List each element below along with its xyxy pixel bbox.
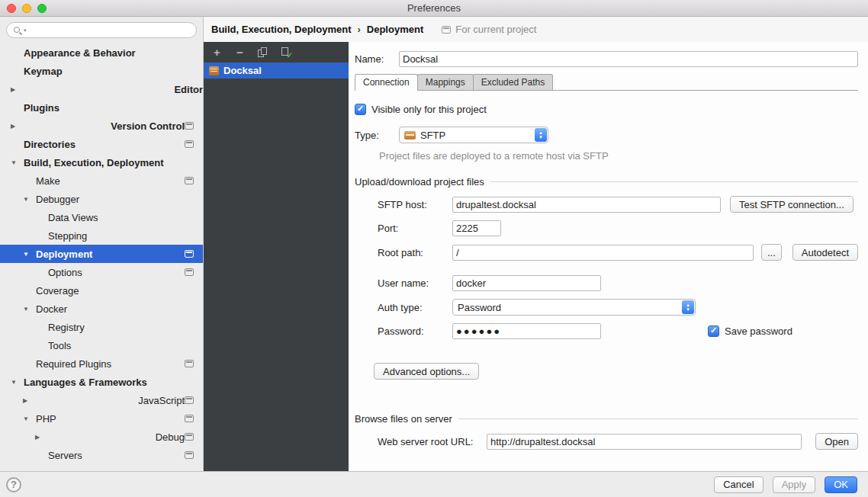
tab-mappings[interactable]: Mappings: [417, 74, 474, 90]
tree-expand-icon[interactable]: [11, 123, 111, 130]
add-server-icon[interactable]: +: [212, 46, 222, 58]
sidebar-item-languages-frameworks[interactable]: Languages & Frameworks: [0, 373, 203, 391]
sftp-host-label: SFTP host:: [378, 199, 452, 210]
sftp-host-input[interactable]: [452, 197, 721, 213]
auth-type-label: Auth type:: [378, 302, 452, 313]
password-label: Password:: [378, 325, 452, 337]
sidebar-item-keymap[interactable]: Keymap: [0, 62, 203, 80]
tab-connection[interactable]: Connection: [355, 74, 418, 91]
auth-type-dropdown[interactable]: Password ▲▼: [452, 299, 696, 316]
save-password-checkbox[interactable]: [708, 325, 719, 337]
sidebar-item-make[interactable]: Make: [0, 172, 203, 190]
sidebar-item-required-plugins[interactable]: Required Plugins: [0, 354, 203, 373]
tab-excluded-paths[interactable]: Excluded Paths: [473, 74, 553, 90]
server-list-panel: + − ✓ Docksal: [204, 42, 349, 471]
visible-only-checkbox[interactable]: [355, 104, 366, 115]
tree-collapse-icon[interactable]: [11, 379, 24, 386]
tree-collapse-icon[interactable]: [23, 415, 36, 422]
current-project-indicator-icon: [185, 360, 194, 367]
tree-expand-icon[interactable]: [35, 434, 156, 441]
tree-collapse-icon[interactable]: [11, 159, 24, 166]
sidebar-item-data-views[interactable]: Data Views: [0, 208, 203, 226]
sidebar-item-stepping[interactable]: Stepping: [0, 226, 203, 245]
auth-type-value: Password: [458, 302, 501, 313]
duplicate-server-icon[interactable]: [258, 47, 268, 57]
settings-tree: Appearance & Behavior Keymap Editor Plug…: [0, 41, 203, 471]
type-value: SFTP: [420, 130, 445, 141]
sidebar-item-label: Registry: [48, 322, 85, 333]
sidebar-item-php-debug[interactable]: Debug: [0, 428, 203, 446]
use-as-default-icon[interactable]: ✓: [281, 47, 291, 57]
user-name-label: User name:: [378, 277, 452, 289]
current-project-indicator-icon: [185, 433, 194, 441]
sidebar-item-coverage[interactable]: Coverage: [0, 281, 203, 300]
sidebar-item-options[interactable]: Options: [0, 263, 203, 281]
open-button[interactable]: Open: [815, 433, 858, 450]
name-input[interactable]: [399, 51, 858, 67]
server-list-item[interactable]: Docksal: [204, 63, 349, 79]
sidebar-item-javascript[interactable]: JavaScript: [0, 391, 203, 409]
sidebar-item-deployment[interactable]: Deployment: [0, 245, 203, 263]
password-input[interactable]: [452, 323, 601, 339]
sidebar-item-php-servers[interactable]: Servers: [0, 446, 203, 464]
apply-button[interactable]: Apply: [773, 476, 816, 493]
remove-server-icon[interactable]: −: [235, 46, 245, 58]
search-options-chevron-icon[interactable]: ▾: [24, 27, 27, 34]
sidebar-item-plugins[interactable]: Plugins: [0, 98, 203, 117]
dropdown-stepper-icon[interactable]: ▲▼: [535, 128, 547, 142]
sidebar-item-registry[interactable]: Registry: [0, 318, 203, 336]
sidebar-item-label: Debugger: [36, 194, 79, 205]
visible-only-checkbox-row[interactable]: Visible only for this project: [355, 104, 858, 115]
upload-group-header: Upload/download project files: [355, 176, 858, 188]
search-input[interactable]: [30, 25, 190, 36]
sidebar-item-directories[interactable]: Directories: [0, 135, 203, 153]
server-name: Docksal: [223, 65, 262, 76]
close-button[interactable]: [7, 4, 16, 13]
sidebar-item-label: Plugins: [24, 102, 59, 114]
tree-collapse-icon[interactable]: [23, 196, 36, 203]
sidebar-item-tools[interactable]: Tools: [0, 336, 203, 354]
sidebar-item-editor[interactable]: Editor: [0, 80, 203, 98]
root-path-input[interactable]: [452, 245, 754, 261]
tree-expand-icon[interactable]: [23, 397, 138, 404]
zoom-button[interactable]: [37, 4, 47, 13]
dropdown-stepper-icon[interactable]: ▲▼: [682, 300, 694, 314]
minimize-button[interactable]: [22, 4, 31, 13]
test-sftp-connection-button[interactable]: Test SFTP connection...: [730, 196, 854, 213]
current-project-indicator-icon: [185, 250, 194, 258]
sidebar-item-docker[interactable]: Docker: [0, 300, 203, 318]
tree-expand-icon[interactable]: [11, 86, 174, 93]
save-password-checkbox-row[interactable]: Save password: [708, 325, 792, 337]
help-button[interactable]: ?: [6, 477, 21, 492]
ok-button[interactable]: OK: [825, 476, 857, 493]
sidebar-item-appearance-behavior[interactable]: Appearance & Behavior: [0, 43, 203, 62]
sidebar-item-label: Directories: [24, 139, 76, 150]
tree-collapse-icon[interactable]: [23, 306, 36, 313]
port-input[interactable]: [452, 220, 501, 236]
sidebar-item-build-execution-deployment[interactable]: Build, Execution, Deployment: [0, 153, 203, 172]
sidebar-item-debugger[interactable]: Debugger: [0, 190, 203, 208]
group-divider: [490, 181, 858, 182]
name-label: Name:: [355, 53, 399, 65]
sidebar-item-label: Version Control: [111, 120, 185, 132]
scope-indicator: For current project: [442, 24, 536, 35]
cancel-button[interactable]: Cancel: [714, 476, 763, 493]
window-title: Preferences: [407, 2, 461, 14]
sidebar-item-version-control[interactable]: Version Control: [0, 117, 203, 135]
breadcrumb-section[interactable]: Build, Execution, Deployment: [211, 24, 351, 35]
tree-collapse-icon[interactable]: [23, 251, 36, 258]
advanced-options-button[interactable]: Advanced options...: [374, 363, 479, 380]
upload-group-title: Upload/download project files: [355, 176, 484, 188]
current-project-indicator-icon: [185, 177, 194, 184]
sidebar-item-label: PHP: [36, 413, 56, 425]
group-divider: [458, 418, 858, 419]
web-root-input[interactable]: [487, 434, 802, 450]
user-name-input[interactable]: [452, 275, 601, 291]
autodetect-button[interactable]: Autodetect: [792, 244, 858, 261]
settings-search-box[interactable]: ▾: [6, 22, 197, 38]
type-hint: Project files are deployed to a remote h…: [379, 150, 858, 162]
sidebar-item-php[interactable]: PHP: [0, 409, 203, 428]
browse-root-path-button[interactable]: ...: [761, 244, 782, 261]
current-project-indicator-icon: [185, 415, 194, 422]
type-dropdown[interactable]: SFTP ▲▼: [399, 127, 548, 143]
